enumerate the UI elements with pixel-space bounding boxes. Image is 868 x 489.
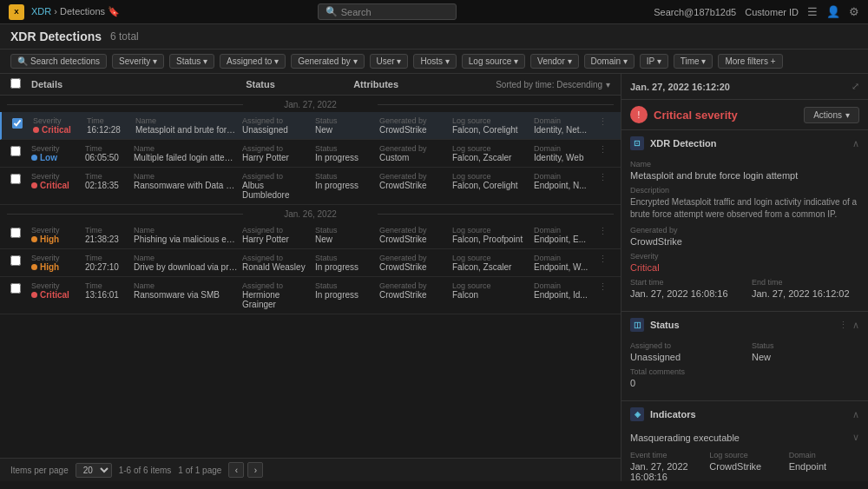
row-checkbox[interactable] xyxy=(10,254,28,268)
filter-time[interactable]: Time ▾ xyxy=(674,54,713,69)
filter-hosts[interactable]: Hosts ▾ xyxy=(413,54,456,69)
row-time: Time 21:38:23 xyxy=(85,226,130,244)
actions-button[interactable]: Actions ▾ xyxy=(804,107,859,123)
filter-domain[interactable]: Domain ▾ xyxy=(584,54,635,69)
indicators-section-header[interactable]: ◈ Indicators ∧ xyxy=(621,401,868,427)
top-nav-right: Search@187b12d5 Customer ID ☰ 👤 ⚙ xyxy=(654,5,859,18)
indicators-icon: ◈ xyxy=(630,407,644,421)
menu-icon[interactable]: ☰ xyxy=(807,5,818,18)
filter-search[interactable]: 🔍 Search detections xyxy=(10,54,107,69)
xdr-section-header[interactable]: ⊡ XDR Detection ∧ xyxy=(621,130,868,156)
severity-indicator xyxy=(31,236,37,242)
row-domain: Domain Endpoint, N... xyxy=(534,172,595,190)
select-all-checkbox[interactable] xyxy=(10,78,28,90)
dp-comments-field: Total comments 0 xyxy=(630,367,859,388)
dp-description-field: Description Encrypted Metasploit traffic… xyxy=(630,186,859,221)
sort-control[interactable]: Sorted by time: Descending ▾ xyxy=(496,80,610,89)
masquerading-title: Masquerading executable xyxy=(630,433,740,443)
next-page-button[interactable]: › xyxy=(247,462,263,478)
row-domain: Domain Endpoint, W... xyxy=(534,254,595,272)
table-footer: Items per page 20 1-6 of 6 items 1 of 1 … xyxy=(0,458,621,481)
row-name: Name Multiple failed login attempts xyxy=(134,144,239,162)
row-domain: Domain Identity, Web xyxy=(534,144,595,162)
masq-logsrc: Log source CrowdStrike xyxy=(709,451,779,481)
filter-user[interactable]: User ▾ xyxy=(370,54,409,69)
status-section-body: Assigned to Unassigned Status New Total … xyxy=(621,338,868,400)
breadcrumb-app[interactable]: XDR xyxy=(31,6,51,17)
table-row[interactable]: Severity Critical Time 13:16:01 Name Ran… xyxy=(0,277,621,314)
row-status: Status In progress xyxy=(315,172,376,190)
collapse-icon: ∧ xyxy=(852,138,859,149)
masquerading-header[interactable]: Masquerading executable ∨ xyxy=(621,427,868,447)
customer-id[interactable]: Customer ID xyxy=(745,7,799,17)
filter-more[interactable]: More filters + xyxy=(718,54,782,69)
filter-vendor[interactable]: Vendor ▾ xyxy=(530,54,578,69)
filter-severity[interactable]: Severity ▾ xyxy=(112,54,164,69)
table-row[interactable]: Severity Critical Time 02:18:35 Name Ran… xyxy=(0,168,621,205)
row-assigned: Assigned to Harry Potter xyxy=(242,226,312,244)
masq-event-time: Event time Jan. 27, 2022 16:08:16 xyxy=(630,451,700,481)
row-severity: Severity Critical xyxy=(31,281,82,300)
table-row[interactable]: Severity High Time 20:27:10 Name Drive b… xyxy=(0,249,621,277)
row-checkbox[interactable] xyxy=(12,116,30,130)
items-per-page-label: Items per page xyxy=(10,466,69,475)
status-section-header[interactable]: ◫ Status ⋮ ∧ xyxy=(621,312,868,338)
row-menu[interactable]: ⋮ xyxy=(598,281,610,293)
user-id: Search@187b12d5 xyxy=(654,7,736,17)
dp-status-field: Status New xyxy=(752,341,859,362)
row-checkbox[interactable] xyxy=(10,144,28,158)
row-status: Status In progress xyxy=(315,254,376,272)
row-assigned: Assigned to Ronald Weasley xyxy=(242,254,312,272)
col-attributes: Attributes xyxy=(353,79,492,89)
expand-icon[interactable]: ⤢ xyxy=(852,81,859,92)
row-assigned: Assigned to Unassigned xyxy=(242,116,312,135)
col-status: Status xyxy=(246,79,350,89)
xdr-section-body: Name Metasploit and brute force login at… xyxy=(621,156,868,311)
filter-ip[interactable]: IP ▾ xyxy=(640,54,668,69)
xdr-icon: ⊡ xyxy=(630,136,644,150)
table-row[interactable]: Severity Low Time 06:05:50 Name Multiple… xyxy=(0,140,621,168)
row-checkbox[interactable] xyxy=(10,226,28,240)
row-generated: Generated by Custom xyxy=(379,144,449,162)
row-severity: Severity High xyxy=(31,254,82,272)
filter-assigned[interactable]: Assigned to ▾ xyxy=(220,54,286,69)
page-count: 6 total xyxy=(110,30,139,43)
row-menu[interactable]: ⋮ xyxy=(598,144,610,155)
row-name: Name Ransomware with Data Exfiltration xyxy=(134,172,239,190)
row-menu[interactable]: ⋮ xyxy=(598,116,610,128)
main-layout: Details Status Attributes Sorted by time… xyxy=(0,74,868,481)
row-severity: Severity Low xyxy=(31,144,82,162)
row-menu[interactable]: ⋮ xyxy=(598,172,610,183)
dp-status-cols: Assigned to Unassigned Status New xyxy=(630,341,859,367)
row-status: Status New xyxy=(315,226,376,244)
row-logsrc: Log source Falcon, Corelight xyxy=(452,116,530,135)
row-logsrc: Log source Falcon, Zscaler xyxy=(452,144,530,162)
filter-logsource[interactable]: Log source ▾ xyxy=(462,54,525,69)
xdr-section-title: ⊡ XDR Detection xyxy=(630,136,716,150)
row-generated: Generated by CrowdStrike xyxy=(379,281,449,300)
per-page-select[interactable]: 20 xyxy=(76,463,112,478)
collapse-icon[interactable]: ∧ xyxy=(852,320,859,331)
dp-start-field: Start time Jan. 27, 2022 16:08:16 xyxy=(630,278,738,299)
row-checkbox[interactable] xyxy=(10,172,28,186)
more-icon[interactable]: ⋮ xyxy=(838,320,848,331)
page-title: XDR Detections xyxy=(10,30,102,43)
table-row[interactable]: Severity High Time 21:38:23 Name Phishin… xyxy=(0,221,621,249)
row-menu[interactable]: ⋮ xyxy=(598,226,610,237)
prev-page-button[interactable]: ‹ xyxy=(228,462,244,478)
global-search[interactable]: 🔍 Search xyxy=(318,3,457,20)
masq-domain: Domain Endpoint xyxy=(789,451,859,481)
row-checkbox[interactable] xyxy=(10,281,28,295)
row-status: Status In progress xyxy=(315,144,376,162)
user-icon[interactable]: 👤 xyxy=(826,5,840,18)
row-generated: Generated by CrowdStrike xyxy=(379,172,449,190)
filter-generated[interactable]: Generated by ▾ xyxy=(291,54,364,69)
settings-icon[interactable]: ⚙ xyxy=(849,5,859,18)
row-time: Time 06:05:50 xyxy=(85,144,130,162)
row-assigned: Assigned to Harry Potter xyxy=(242,144,312,162)
row-menu[interactable]: ⋮ xyxy=(598,254,610,265)
table-row[interactable]: Severity Critical Time 16:12:28 Name Met… xyxy=(0,112,621,140)
indicators-section: ◈ Indicators ∧ Masquerading executable ∨… xyxy=(621,401,868,481)
row-severity: Severity High xyxy=(31,226,82,244)
filter-status[interactable]: Status ▾ xyxy=(169,54,214,69)
